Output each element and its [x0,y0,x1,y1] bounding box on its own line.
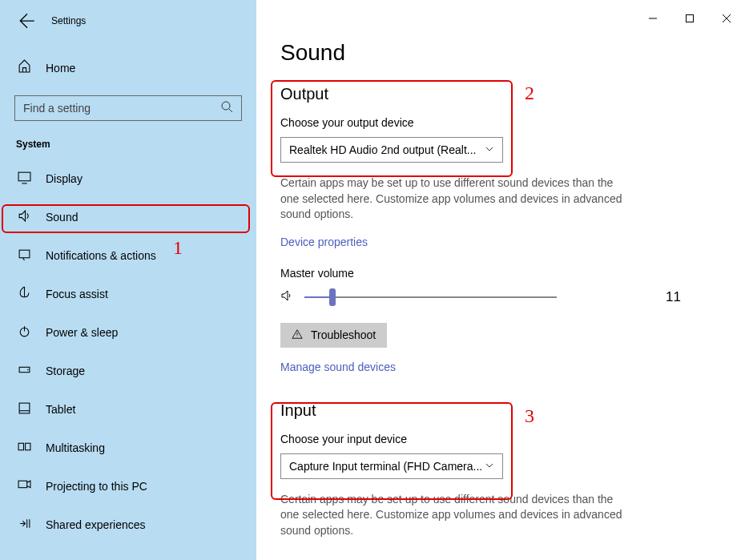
home-icon [18,59,31,76]
nav-storage[interactable]: Storage [0,352,256,390]
project-icon [18,478,31,494]
back-button[interactable] [19,13,35,29]
home-label: Home [46,62,75,75]
window-title: Settings [51,15,86,26]
svg-rect-12 [26,443,30,450]
sidebar: Settings Home System Display Sound Notif… [0,0,256,560]
nav-notifications[interactable]: Notifications & actions [0,236,256,275]
nav-label: Sound [46,211,78,224]
troubleshoot-label: Troubleshoot [311,328,376,341]
input-help-text: Certain apps may be set up to use differ… [280,492,633,539]
speaker-icon[interactable] [280,289,293,305]
output-help-text: Certain apps may be set up to use differ… [280,175,633,223]
volume-value: 11 [666,289,681,305]
svg-rect-9 [19,403,30,413]
device-properties-link[interactable]: Device properties [280,236,368,248]
nav-label: Projecting to this PC [46,480,147,493]
multitasking-icon [18,440,31,456]
page-title: Sound [280,40,729,66]
home-nav[interactable]: Home [0,48,256,87]
search-icon [220,100,233,116]
manage-devices-link[interactable]: Manage sound devices [280,361,396,373]
minimize-button[interactable] [634,6,671,30]
nav-power[interactable]: Power & sleep [0,313,256,352]
slider-thumb[interactable] [329,288,336,306]
volume-slider[interactable] [304,296,557,298]
troubleshoot-button[interactable]: Troubleshoot [280,323,387,348]
nav-label: Shared experiences [46,518,146,531]
tablet-icon [18,401,31,417]
output-device-value: Realtek HD Audio 2nd output (Realt... [289,143,476,156]
nav-group-label: System [0,121,256,159]
chevron-down-icon [485,143,494,156]
close-button[interactable] [708,6,745,30]
nav-shared[interactable]: Shared experiences [0,506,256,544]
svg-rect-4 [19,250,30,258]
svg-rect-2 [18,172,30,181]
storage-icon [18,363,31,379]
display-icon [18,171,31,187]
shared-icon [18,517,31,533]
input-device-value: Capture Input terminal (FHD Camera... [289,460,482,473]
input-heading: Input [280,401,729,420]
svg-rect-11 [18,443,23,450]
output-heading: Output [280,85,729,103]
search-input-container[interactable] [14,95,242,121]
output-device-label: Choose your output device [280,116,729,129]
nav-label: Multitasking [46,441,105,454]
maximize-button[interactable] [671,6,708,30]
nav-multitasking[interactable]: Multitasking [0,429,256,467]
svg-point-0 [222,102,230,110]
warning-icon [292,328,303,342]
nav-label: Focus assist [46,288,108,300]
slider-fill [304,296,332,298]
sound-icon [18,209,31,225]
input-device-label: Choose your input device [280,433,729,445]
output-device-dropdown[interactable]: Realtek HD Audio 2nd output (Realt... [280,137,503,163]
input-device-dropdown[interactable]: Capture Input terminal (FHD Camera... [280,453,503,479]
notifications-icon [18,248,31,264]
nav-tablet[interactable]: Tablet [0,390,256,429]
nav-label: Display [46,172,83,185]
chevron-down-icon [485,460,494,473]
nav-label: Storage [46,365,85,377]
nav-label: Notifications & actions [46,249,156,262]
power-icon [18,324,31,340]
window-controls [634,6,745,30]
svg-point-8 [27,369,28,370]
nav-label: Power & sleep [46,326,118,339]
svg-line-1 [229,109,232,112]
nav-projecting[interactable]: Projecting to this PC [0,467,256,506]
search-input[interactable] [23,102,220,115]
nav-display[interactable]: Display [0,159,256,198]
nav-sound[interactable]: Sound [0,198,256,236]
master-volume-label: Master volume [280,267,729,280]
svg-rect-13 [18,481,27,488]
nav-focus-assist[interactable]: Focus assist [0,275,256,313]
svg-rect-15 [687,15,694,22]
focus-icon [18,286,31,302]
nav-label: Tablet [46,403,75,416]
main-content: Sound Output Choose your output device R… [256,0,753,560]
